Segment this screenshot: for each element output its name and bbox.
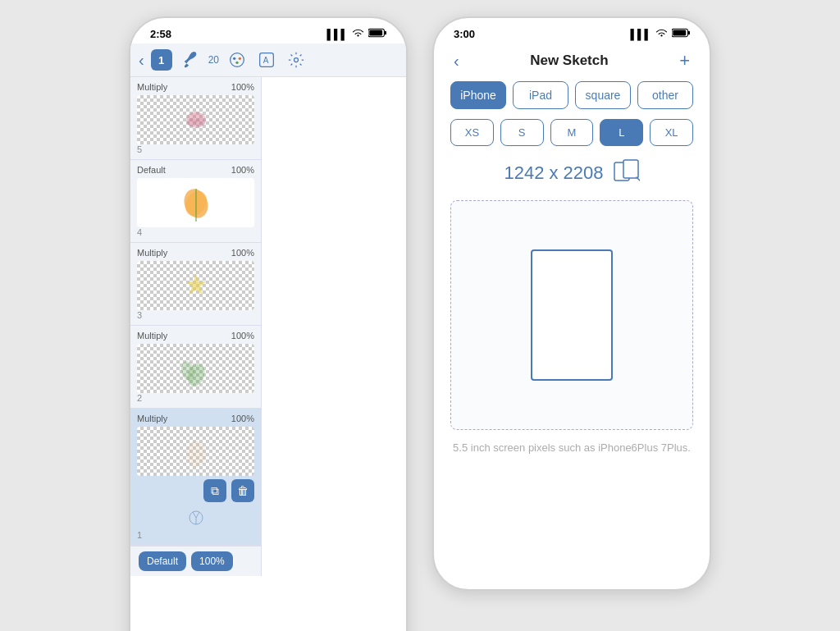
layer-5-opacity: 100% bbox=[231, 82, 254, 92]
layers-list: Multiply 100% bbox=[130, 77, 261, 546]
layer-3-thumb bbox=[137, 261, 254, 310]
layer-2-blend: Multiply bbox=[137, 331, 167, 341]
layer-3-header: Multiply 100% bbox=[137, 248, 254, 258]
size-xl[interactable]: XL bbox=[650, 119, 693, 146]
text-button[interactable]: A bbox=[255, 48, 278, 71]
delete-layer-button[interactable]: 🗑 bbox=[231, 479, 254, 502]
layer-1-opacity: 100% bbox=[231, 414, 254, 423]
svg-line-23 bbox=[196, 512, 199, 518]
layer-item[interactable]: Multiply 100% 2 bbox=[130, 326, 261, 409]
settings-button[interactable] bbox=[285, 48, 308, 71]
size-m[interactable]: M bbox=[550, 119, 594, 146]
opacity-button[interactable]: 100% bbox=[191, 551, 233, 571]
blend-mode-button[interactable]: Default bbox=[139, 551, 186, 571]
svg-text:A: A bbox=[263, 56, 269, 65]
layer-3-number: 3 bbox=[137, 310, 254, 320]
layer-1-thumb bbox=[137, 427, 254, 476]
right-add-button[interactable]: + bbox=[679, 50, 690, 71]
right-toolbar: ‹ New Sketch + bbox=[450, 43, 693, 81]
right-status-icons: ▌▌▌ bbox=[630, 28, 690, 40]
canvas-area[interactable] bbox=[130, 576, 406, 631]
canvas-size-icon[interactable] bbox=[614, 159, 640, 187]
left-status-icons: ▌▌▌ bbox=[326, 28, 386, 40]
left-phone-body: Multiply 100% bbox=[130, 77, 406, 631]
flower-canvas bbox=[130, 576, 406, 631]
tab-other[interactable]: other bbox=[637, 81, 693, 109]
svg-point-6 bbox=[235, 62, 238, 64]
layer-4-opacity: 100% bbox=[231, 165, 254, 175]
layer-1-blend: Multiply bbox=[137, 414, 167, 423]
layer-count-badge[interactable]: 1 bbox=[151, 49, 172, 71]
app-container: 2:58 ▌▌▌ bbox=[112, 0, 728, 631]
size-tabs: XS S M L XL bbox=[450, 119, 693, 146]
layer-item[interactable]: Multiply 100% bbox=[130, 77, 261, 160]
svg-point-4 bbox=[233, 57, 235, 60]
layer-1-controls: ⧉ 🗑 bbox=[137, 479, 254, 502]
size-s[interactable]: S bbox=[500, 119, 544, 146]
battery-icon bbox=[368, 28, 386, 40]
dimension-row: 1242 x 2208 bbox=[450, 159, 693, 187]
brush-tool-button[interactable] bbox=[179, 48, 202, 71]
size-xs[interactable]: XS bbox=[450, 119, 494, 146]
svg-rect-1 bbox=[385, 31, 386, 34]
layer-5-blend: Multiply bbox=[137, 82, 167, 92]
layer-4-header: Default 100% bbox=[137, 165, 254, 175]
svg-rect-51 bbox=[688, 31, 690, 34]
palette-button[interactable] bbox=[226, 48, 249, 71]
size-l[interactable]: L bbox=[600, 119, 643, 146]
svg-rect-54 bbox=[623, 160, 638, 178]
layer-3-blend: Multiply bbox=[137, 248, 167, 258]
right-phone-body: ‹ New Sketch + iPhone iPad square other … bbox=[434, 43, 710, 473]
svg-point-13 bbox=[195, 118, 205, 126]
right-phone: 3:00 ▌▌▌ bbox=[432, 16, 711, 591]
svg-point-9 bbox=[294, 58, 299, 62]
svg-point-3 bbox=[231, 53, 244, 67]
right-battery-icon bbox=[672, 28, 690, 40]
device-tabs: iPhone iPad square other bbox=[450, 81, 693, 109]
layer-5-thumb bbox=[137, 95, 254, 144]
layers-panel: Multiply 100% bbox=[130, 77, 262, 576]
layer-item-selected[interactable]: Multiply 100% ⧉ 🗑 bbox=[130, 409, 261, 546]
layer-2-thumb bbox=[137, 344, 254, 393]
layer-2-opacity: 100% bbox=[231, 331, 254, 341]
duplicate-layer-button[interactable]: ⧉ bbox=[203, 479, 226, 502]
wifi-icon bbox=[352, 28, 364, 40]
tab-iphone[interactable]: iPhone bbox=[450, 81, 506, 109]
left-phone: 2:58 ▌▌▌ bbox=[129, 16, 408, 631]
layer-4-number: 4 bbox=[137, 227, 254, 237]
right-time: 3:00 bbox=[454, 28, 475, 40]
right-page-title: New Sketch bbox=[530, 53, 608, 69]
layer-2-header: Multiply 100% bbox=[137, 331, 254, 341]
right-signal-icon: ▌▌▌ bbox=[630, 29, 651, 40]
layer-item[interactable]: Multiply 100% 3 bbox=[130, 243, 261, 326]
left-time: 2:58 bbox=[150, 28, 171, 40]
svg-rect-25 bbox=[130, 576, 406, 631]
layer-5-header: Multiply 100% bbox=[137, 82, 254, 92]
svg-marker-17 bbox=[185, 273, 207, 295]
tab-ipad[interactable]: iPad bbox=[513, 81, 568, 109]
layer-3-opacity: 100% bbox=[231, 248, 254, 258]
right-wifi-icon bbox=[655, 28, 668, 40]
svg-rect-2 bbox=[369, 30, 382, 35]
layer-1-number: 1 bbox=[137, 530, 254, 540]
canvas-preview-area bbox=[450, 200, 693, 430]
svg-rect-52 bbox=[673, 30, 686, 35]
dimension-value: 1242 x 2208 bbox=[504, 162, 603, 184]
tab-square[interactable]: square bbox=[575, 81, 631, 109]
right-back-button[interactable]: ‹ bbox=[454, 52, 459, 71]
layer-4-blend: Default bbox=[137, 165, 166, 175]
layer-1-header: Multiply 100% bbox=[137, 414, 254, 423]
signal-icon: ▌▌▌ bbox=[326, 29, 348, 40]
right-status-bar: 3:00 ▌▌▌ bbox=[434, 18, 710, 43]
brush-count-label: 20 bbox=[208, 54, 219, 66]
canvas-preview-rect bbox=[531, 249, 613, 381]
left-back-button[interactable]: ‹ bbox=[139, 51, 144, 70]
layer-5-number: 5 bbox=[137, 144, 254, 154]
hint-text: 5.5 inch screen pixels such as iPhone6Pl… bbox=[450, 440, 693, 456]
svg-line-22 bbox=[193, 512, 196, 518]
layer-4-thumb bbox=[137, 178, 254, 227]
layer-2-number: 2 bbox=[137, 393, 254, 403]
layer-bottom-controls: Default 100% bbox=[130, 546, 261, 576]
layer-item[interactable]: Default 100% 4 bbox=[130, 160, 261, 243]
svg-point-20 bbox=[186, 441, 206, 467]
